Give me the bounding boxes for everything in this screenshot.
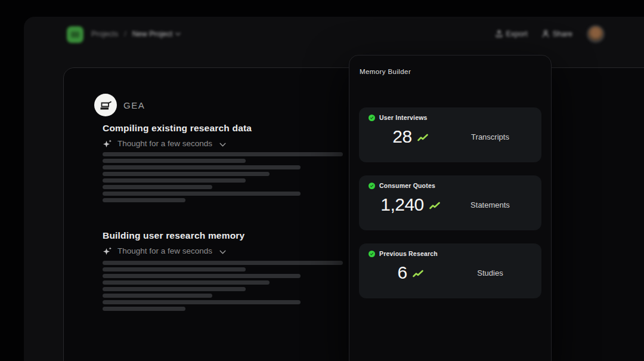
card-previous-research[interactable]: Previous Research 6 Studies (359, 243, 541, 298)
skeleton-bar (103, 165, 301, 169)
skeleton-bar (103, 172, 270, 176)
skeleton-bar (103, 294, 212, 298)
export-icon (496, 30, 503, 38)
sparkle-icon (103, 139, 113, 149)
memory-builder-panel: Memory Builder User Interviews 28 Transc… (349, 55, 552, 361)
user-avatar[interactable] (587, 25, 605, 43)
metric-value: 1,240 (380, 195, 424, 215)
skeleton-bar (103, 280, 270, 285)
card-consumer-quotes[interactable]: Consumer Quotes 1,240 Statements (359, 175, 541, 230)
metric-value: 28 (392, 126, 411, 147)
card-label: Previous Research (379, 250, 438, 257)
card-label: Consumer Quotes (379, 182, 435, 189)
skeleton-bar (103, 261, 343, 265)
metric-unit: Transcripts (454, 132, 526, 141)
card-label: User Interviews (379, 114, 428, 121)
metric-unit: Statements (454, 200, 526, 209)
skeleton-bar (103, 185, 212, 189)
agent-avatar (94, 94, 117, 116)
status-check-icon (369, 115, 375, 121)
card-user-interviews[interactable]: User Interviews 28 Transcripts (359, 107, 541, 162)
gea-logo-icon (99, 99, 112, 111)
breadcrumb-projects[interactable]: Projects (91, 30, 118, 38)
trend-up-icon (413, 270, 423, 278)
skeleton-bar (103, 159, 246, 163)
skeleton-bar (103, 152, 343, 156)
skeleton-bar (103, 178, 246, 183)
breadcrumb-current-project[interactable]: New Project (132, 30, 181, 38)
status-check-icon (369, 251, 375, 257)
trend-up-icon (417, 134, 428, 142)
skeleton-bar (103, 307, 185, 311)
export-button[interactable]: Export (496, 30, 528, 38)
skeleton-bar (103, 287, 246, 291)
header-content: Projects / New Project Export Share (24, 17, 644, 51)
metric-unit: Studies (454, 269, 526, 277)
share-button[interactable]: Share (542, 30, 572, 38)
skeleton-bar (103, 274, 301, 278)
skeleton-bar (103, 267, 246, 271)
memory-cards: User Interviews 28 Transcripts Consumer … (359, 107, 541, 298)
status-check-icon (369, 183, 375, 189)
top-header: Projects / New Project Export Share (24, 17, 644, 51)
breadcrumb: Projects / New Project (91, 17, 181, 51)
chevron-down-icon (175, 32, 181, 36)
agent-name: GEA (123, 100, 145, 110)
skeleton-bar (103, 300, 301, 304)
breadcrumb-separator: / (124, 29, 126, 38)
skeleton-bar (103, 192, 301, 196)
sparkle-icon (103, 246, 113, 256)
brand-logo-glyph (71, 32, 79, 38)
header-actions: Export Share (496, 17, 605, 51)
trend-up-icon (429, 202, 440, 210)
skeleton-bar (103, 198, 185, 202)
chevron-down-icon (219, 250, 226, 254)
thought-label: Thought for a few seconds (117, 246, 212, 256)
app-window: Projects / New Project Export Share (24, 17, 644, 361)
metric-value: 6 (397, 263, 407, 283)
agent-report: GEA Compiling existing research data Tho… (64, 68, 398, 311)
person-icon (542, 30, 549, 38)
thought-label: Thought for a few seconds (117, 139, 212, 149)
memory-builder-title: Memory Builder (360, 68, 541, 76)
chevron-down-icon (219, 143, 226, 147)
brand-logo[interactable] (67, 26, 83, 43)
